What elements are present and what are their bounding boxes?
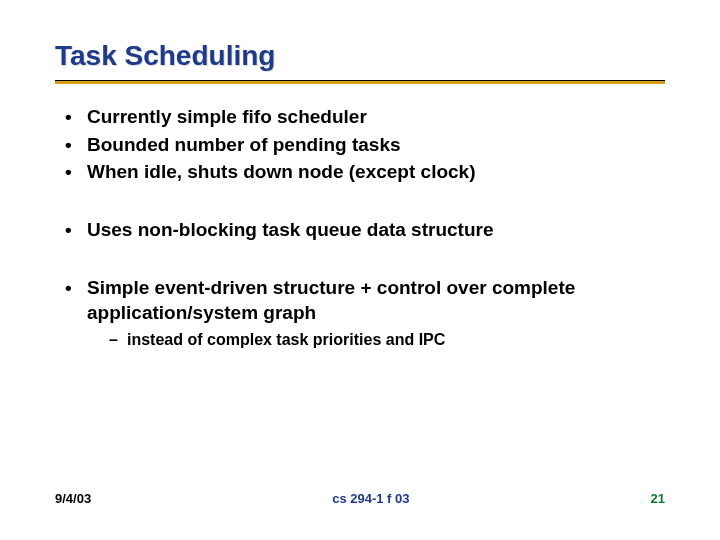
bullet-list: Uses non-blocking task queue data struct… xyxy=(61,217,665,243)
slide-title: Task Scheduling xyxy=(55,40,665,72)
bullet-item: Uses non-blocking task queue data struct… xyxy=(61,217,665,243)
slide: Task Scheduling Currently simple fifo sc… xyxy=(0,0,720,540)
sub-bullet-item: instead of complex task priorities and I… xyxy=(109,330,665,351)
bullet-item: Simple event-driven structure + control … xyxy=(61,275,665,351)
bullet-text: Simple event-driven structure + control … xyxy=(87,277,575,324)
title-rule xyxy=(55,80,665,84)
bullet-item: When idle, shuts down node (except clock… xyxy=(61,159,665,185)
slide-footer: 9/4/03 cs 294-1 f 03 21 xyxy=(55,491,665,506)
slide-content: Currently simple fifo scheduler Bounded … xyxy=(55,104,665,351)
footer-page-number: 21 xyxy=(651,491,665,506)
footer-course: cs 294-1 f 03 xyxy=(91,491,650,506)
bullet-item: Currently simple fifo scheduler xyxy=(61,104,665,130)
bullet-item: Bounded number of pending tasks xyxy=(61,132,665,158)
footer-date: 9/4/03 xyxy=(55,491,91,506)
bullet-list: Currently simple fifo scheduler Bounded … xyxy=(61,104,665,185)
bullet-list: Simple event-driven structure + control … xyxy=(61,275,665,351)
sub-bullet-list: instead of complex task priorities and I… xyxy=(87,330,665,351)
